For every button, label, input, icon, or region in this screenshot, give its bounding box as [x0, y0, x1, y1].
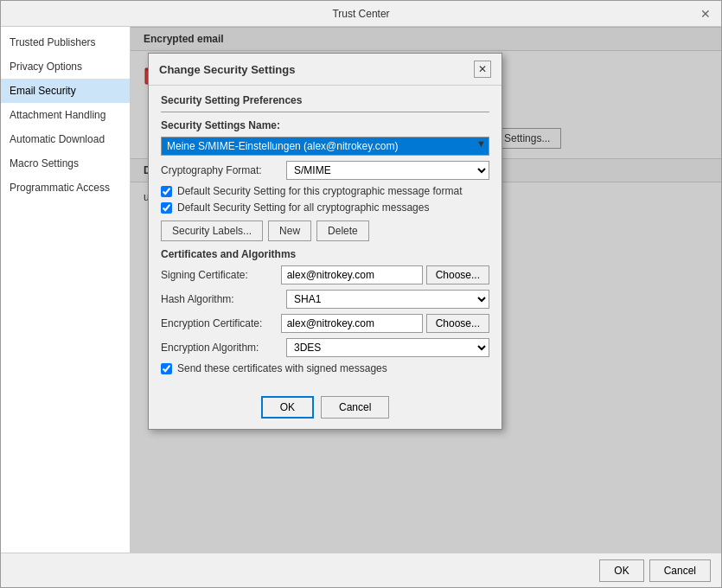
window-close-button[interactable]: ✕	[697, 5, 714, 22]
encryption-cert-row: Encryption Certificate: Choose...	[161, 314, 489, 333]
settings-name-input[interactable]	[161, 137, 489, 156]
default-crypto-row: Default Security Setting for this crypto…	[161, 185, 489, 197]
default-crypto-label: Default Security Setting for this crypto…	[177, 185, 462, 197]
window-footer: OK Cancel	[1, 553, 721, 587]
modal-footer: OK Cancel	[149, 387, 502, 429]
delete-button[interactable]: Delete	[316, 220, 369, 241]
sidebar-item-programmatic-access[interactable]: Programmatic Access	[1, 176, 130, 200]
sidebar-item-privacy-options[interactable]: Privacy Options	[1, 54, 130, 79]
encryption-algo-dropdown[interactable]: 3DES	[286, 338, 489, 357]
change-security-settings-dialog: Change Security Settings ✕ Security Sett…	[148, 53, 502, 430]
signing-cert-input-group: Choose...	[281, 265, 489, 284]
crypto-format-label: Cryptography Format:	[161, 164, 286, 176]
signing-cert-label: Signing Certificate:	[161, 269, 281, 281]
signing-cert-choose-button[interactable]: Choose...	[426, 265, 489, 284]
window-title: Trust Center	[25, 8, 697, 20]
hash-algo-dropdown[interactable]: SHA1	[286, 290, 489, 309]
modal-title: Change Security Settings	[159, 63, 295, 76]
footer-ok-button[interactable]: OK	[599, 559, 643, 582]
encryption-cert-choose-button[interactable]: Choose...	[426, 314, 489, 333]
sidebar-item-macro-settings[interactable]: Macro Settings	[1, 151, 130, 176]
crypto-format-dropdown[interactable]: S/MIME	[286, 161, 489, 180]
default-all-crypto-row: Default Security Setting for all cryptog…	[161, 201, 489, 214]
certs-section-title: Certificates and Algorithms	[161, 248, 489, 260]
preferences-title: Security Setting Preferences	[161, 94, 489, 106]
crypto-format-dropdown-wrapper: S/MIME	[286, 161, 489, 180]
modal-cancel-button[interactable]: Cancel	[321, 396, 389, 419]
modal-title-bar: Change Security Settings ✕	[149, 54, 502, 86]
modal-buttons-row: Security Labels... New Delete	[161, 220, 489, 241]
signing-cert-row: Signing Certificate: Choose...	[161, 265, 489, 284]
settings-name-label: Security Settings Name:	[161, 119, 286, 131]
default-all-crypto-label: Default Security Setting for all cryptog…	[177, 201, 429, 214]
window-content: Trusted Publishers Privacy Options Email…	[1, 27, 721, 553]
hash-algo-row: Hash Algorithm: SHA1	[161, 290, 489, 309]
new-button[interactable]: New	[268, 220, 311, 241]
security-labels-button[interactable]: Security Labels...	[161, 220, 263, 241]
encryption-algo-label: Encryption Algorithm:	[161, 342, 286, 354]
encryption-cert-label: Encryption Certificate:	[161, 317, 281, 329]
modal-ok-button[interactable]: OK	[261, 396, 314, 419]
encryption-cert-input[interactable]	[281, 314, 423, 333]
hash-algo-label: Hash Algorithm:	[161, 293, 286, 305]
sidebar-item-attachment-handling[interactable]: Attachment Handling	[1, 103, 130, 127]
send-certs-checkbox[interactable]	[161, 363, 172, 374]
encryption-cert-input-group: Choose...	[281, 314, 489, 333]
send-certs-label: Send these certificates with signed mess…	[177, 362, 387, 374]
signing-cert-input[interactable]	[281, 265, 423, 284]
settings-name-input-wrapper: ▼	[161, 137, 489, 156]
modal-close-button[interactable]: ✕	[474, 61, 491, 78]
encryption-algo-row: Encryption Algorithm: 3DES	[161, 338, 489, 357]
default-crypto-checkbox[interactable]	[161, 186, 172, 197]
modal-separator	[161, 112, 489, 112]
sidebar-item-automatic-download[interactable]: Automatic Download	[1, 127, 130, 151]
modal-body: Security Setting Preferences Security Se…	[149, 86, 502, 387]
main-panel: Encrypted email	[131, 27, 721, 553]
sidebar: Trusted Publishers Privacy Options Email…	[1, 27, 131, 553]
footer-cancel-button[interactable]: Cancel	[649, 559, 711, 582]
sidebar-item-trusted-publishers[interactable]: Trusted Publishers	[1, 30, 130, 54]
title-bar: Trust Center ✕	[1, 1, 721, 27]
crypto-format-row: Cryptography Format: S/MIME	[161, 161, 489, 180]
default-all-crypto-checkbox[interactable]	[161, 202, 172, 214]
modal-overlay: Change Security Settings ✕ Security Sett…	[131, 27, 721, 553]
send-certs-row: Send these certificates with signed mess…	[161, 362, 489, 374]
settings-name-input-row: ▼	[161, 137, 489, 156]
settings-name-row: Security Settings Name:	[161, 119, 489, 131]
sidebar-item-email-security[interactable]: Email Security	[1, 79, 130, 103]
trust-center-window: Trust Center ✕ Trusted Publishers Privac…	[0, 0, 722, 588]
